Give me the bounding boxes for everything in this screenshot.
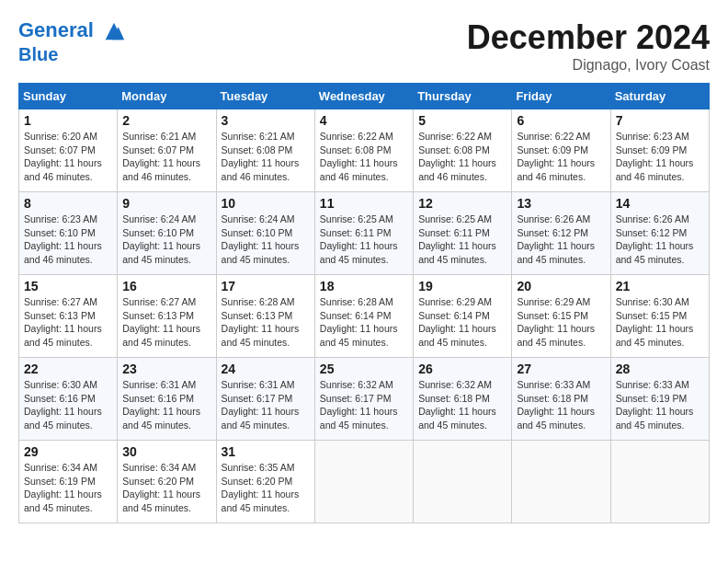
- day-info: Sunrise: 6:24 AM Sunset: 6:10 PM Dayligh…: [222, 213, 310, 267]
- calendar-cell: 25 Sunrise: 6:32 AM Sunset: 6:17 PM Dayl…: [314, 358, 413, 441]
- day-number: 9: [122, 196, 210, 211]
- calendar-cell: 20 Sunrise: 6:29 AM Sunset: 6:15 PM Dayl…: [512, 275, 610, 358]
- day-number: 5: [418, 113, 506, 128]
- day-number: 29: [24, 444, 112, 459]
- day-number: 28: [616, 362, 704, 376]
- calendar-cell: [414, 441, 512, 523]
- day-info: Sunrise: 6:21 AM Sunset: 6:07 PM Dayligh…: [122, 130, 210, 184]
- day-info: Sunrise: 6:27 AM Sunset: 6:13 PM Dayligh…: [24, 295, 112, 350]
- weekday-header-friday: Friday: [512, 84, 610, 109]
- calendar-cell: 14 Sunrise: 6:26 AM Sunset: 6:12 PM Dayl…: [610, 192, 709, 275]
- day-info: Sunrise: 6:22 AM Sunset: 6:08 PM Dayligh…: [418, 130, 506, 184]
- calendar-cell: 18 Sunrise: 6:28 AM Sunset: 6:14 PM Dayl…: [314, 275, 413, 358]
- calendar-cell: 28 Sunrise: 6:33 AM Sunset: 6:19 PM Dayl…: [610, 358, 709, 441]
- weekday-header-saturday: Saturday: [610, 84, 709, 109]
- day-info: Sunrise: 6:33 AM Sunset: 6:18 PM Dayligh…: [517, 378, 605, 432]
- calendar-cell: 15 Sunrise: 6:27 AM Sunset: 6:13 PM Dayl…: [19, 275, 118, 358]
- day-number: 31: [222, 444, 310, 459]
- day-number: 11: [320, 196, 408, 211]
- calendar-cell: 2 Sunrise: 6:21 AM Sunset: 6:07 PM Dayli…: [118, 109, 216, 192]
- logo-text: General: [18, 18, 129, 44]
- day-number: 21: [616, 279, 704, 293]
- day-number: 7: [616, 113, 704, 128]
- day-number: 24: [222, 362, 310, 376]
- day-info: Sunrise: 6:35 AM Sunset: 6:20 PM Dayligh…: [222, 461, 310, 515]
- day-info: Sunrise: 6:29 AM Sunset: 6:15 PM Dayligh…: [517, 295, 605, 350]
- day-number: 4: [320, 113, 408, 128]
- calendar-cell: 9 Sunrise: 6:24 AM Sunset: 6:10 PM Dayli…: [118, 192, 216, 275]
- day-number: 1: [24, 113, 112, 128]
- day-info: Sunrise: 6:32 AM Sunset: 6:17 PM Dayligh…: [320, 378, 408, 432]
- calendar-cell: 26 Sunrise: 6:32 AM Sunset: 6:18 PM Dayl…: [414, 358, 512, 441]
- calendar-cell: 17 Sunrise: 6:28 AM Sunset: 6:13 PM Dayl…: [216, 275, 314, 358]
- calendar-cell: 31 Sunrise: 6:35 AM Sunset: 6:20 PM Dayl…: [216, 441, 314, 523]
- day-info: Sunrise: 6:30 AM Sunset: 6:15 PM Dayligh…: [616, 295, 704, 350]
- day-number: 14: [616, 196, 704, 211]
- day-info: Sunrise: 6:34 AM Sunset: 6:19 PM Dayligh…: [24, 461, 112, 515]
- calendar-cell: 29 Sunrise: 6:34 AM Sunset: 6:19 PM Dayl…: [19, 441, 118, 523]
- calendar-cell: 19 Sunrise: 6:29 AM Sunset: 6:14 PM Dayl…: [414, 275, 512, 358]
- day-info: Sunrise: 6:26 AM Sunset: 6:12 PM Dayligh…: [517, 213, 605, 267]
- weekday-header-wednesday: Wednesday: [314, 84, 413, 109]
- day-number: 25: [320, 362, 408, 376]
- day-info: Sunrise: 6:22 AM Sunset: 6:09 PM Dayligh…: [517, 130, 605, 184]
- day-info: Sunrise: 6:26 AM Sunset: 6:12 PM Dayligh…: [616, 213, 704, 267]
- day-number: 18: [320, 279, 408, 293]
- day-number: 16: [122, 279, 210, 293]
- day-info: Sunrise: 6:23 AM Sunset: 6:09 PM Dayligh…: [616, 130, 704, 184]
- day-number: 13: [517, 196, 605, 211]
- calendar-cell: 16 Sunrise: 6:27 AM Sunset: 6:13 PM Dayl…: [118, 275, 216, 358]
- weekday-header-tuesday: Tuesday: [216, 84, 314, 109]
- weekday-header-sunday: Sunday: [19, 84, 118, 109]
- calendar-cell: [610, 441, 709, 523]
- calendar-cell: 7 Sunrise: 6:23 AM Sunset: 6:09 PM Dayli…: [610, 109, 709, 192]
- day-info: Sunrise: 6:31 AM Sunset: 6:16 PM Dayligh…: [122, 378, 210, 432]
- day-number: 12: [418, 196, 506, 211]
- day-info: Sunrise: 6:29 AM Sunset: 6:14 PM Dayligh…: [418, 295, 506, 350]
- day-info: Sunrise: 6:22 AM Sunset: 6:08 PM Dayligh…: [320, 130, 408, 184]
- day-info: Sunrise: 6:33 AM Sunset: 6:19 PM Dayligh…: [616, 378, 704, 432]
- day-number: 19: [418, 279, 506, 293]
- day-info: Sunrise: 6:31 AM Sunset: 6:17 PM Dayligh…: [222, 378, 310, 432]
- calendar-cell: 3 Sunrise: 6:21 AM Sunset: 6:08 PM Dayli…: [216, 109, 314, 192]
- day-number: 6: [517, 113, 605, 128]
- day-info: Sunrise: 6:34 AM Sunset: 6:20 PM Dayligh…: [122, 461, 210, 515]
- day-info: Sunrise: 6:32 AM Sunset: 6:18 PM Dayligh…: [418, 378, 506, 432]
- calendar-cell: [512, 441, 610, 523]
- calendar-cell: 24 Sunrise: 6:31 AM Sunset: 6:17 PM Dayl…: [216, 358, 314, 441]
- day-number: 3: [222, 113, 310, 128]
- calendar-cell: 12 Sunrise: 6:25 AM Sunset: 6:11 PM Dayl…: [414, 192, 512, 275]
- calendar-cell: 22 Sunrise: 6:30 AM Sunset: 6:16 PM Dayl…: [19, 358, 118, 441]
- calendar-cell: 8 Sunrise: 6:23 AM Sunset: 6:10 PM Dayli…: [19, 192, 118, 275]
- calendar-cell: 30 Sunrise: 6:34 AM Sunset: 6:20 PM Dayl…: [118, 441, 216, 523]
- day-info: Sunrise: 6:27 AM Sunset: 6:13 PM Dayligh…: [122, 295, 210, 350]
- calendar-cell: [314, 441, 413, 523]
- location-subtitle: Dignago, Ivory Coast: [467, 57, 710, 74]
- day-number: 2: [122, 113, 210, 128]
- month-title: December 2024: [467, 18, 710, 57]
- weekday-header-monday: Monday: [118, 84, 216, 109]
- calendar-table: SundayMondayTuesdayWednesdayThursdayFrid…: [18, 83, 710, 523]
- day-number: 22: [24, 362, 112, 376]
- calendar-cell: 23 Sunrise: 6:31 AM Sunset: 6:16 PM Dayl…: [118, 358, 216, 441]
- logo: General Blue: [18, 18, 129, 64]
- day-number: 8: [24, 196, 112, 211]
- calendar-cell: 5 Sunrise: 6:22 AM Sunset: 6:08 PM Dayli…: [414, 109, 512, 192]
- calendar-cell: 4 Sunrise: 6:22 AM Sunset: 6:08 PM Dayli…: [314, 109, 413, 192]
- day-number: 10: [222, 196, 310, 211]
- calendar-cell: 13 Sunrise: 6:26 AM Sunset: 6:12 PM Dayl…: [512, 192, 610, 275]
- calendar-cell: 11 Sunrise: 6:25 AM Sunset: 6:11 PM Dayl…: [314, 192, 413, 275]
- calendar-cell: 6 Sunrise: 6:22 AM Sunset: 6:09 PM Dayli…: [512, 109, 610, 192]
- weekday-header-thursday: Thursday: [414, 84, 512, 109]
- day-info: Sunrise: 6:21 AM Sunset: 6:08 PM Dayligh…: [222, 130, 310, 184]
- calendar-cell: 1 Sunrise: 6:20 AM Sunset: 6:07 PM Dayli…: [19, 109, 118, 192]
- day-info: Sunrise: 6:20 AM Sunset: 6:07 PM Dayligh…: [24, 130, 112, 184]
- day-info: Sunrise: 6:28 AM Sunset: 6:13 PM Dayligh…: [222, 295, 310, 350]
- day-info: Sunrise: 6:30 AM Sunset: 6:16 PM Dayligh…: [24, 378, 112, 432]
- calendar-cell: 10 Sunrise: 6:24 AM Sunset: 6:10 PM Dayl…: [216, 192, 314, 275]
- day-number: 23: [122, 362, 210, 376]
- day-number: 30: [122, 444, 210, 459]
- day-number: 20: [517, 279, 605, 293]
- day-number: 27: [517, 362, 605, 376]
- day-info: Sunrise: 6:25 AM Sunset: 6:11 PM Dayligh…: [418, 213, 506, 267]
